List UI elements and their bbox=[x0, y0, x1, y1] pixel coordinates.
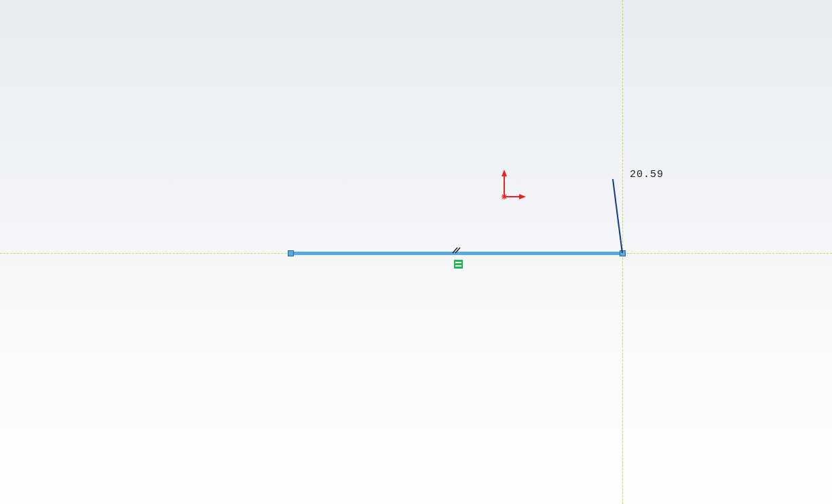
svg-line-8 bbox=[502, 195, 506, 199]
line-endpoint-left[interactable] bbox=[288, 250, 294, 256]
dimension-value-label: 20.59 bbox=[630, 169, 664, 180]
svg-marker-2 bbox=[502, 170, 507, 176]
line-endpoint-right[interactable] bbox=[620, 250, 626, 256]
svg-marker-4 bbox=[519, 194, 526, 199]
origin-triad-icon bbox=[500, 168, 527, 206]
sketch-line-segment[interactable] bbox=[290, 252, 622, 255]
horizontal-constraint-badge[interactable] bbox=[454, 260, 463, 269]
sketch-canvas[interactable]: 20.59 bbox=[0, 0, 832, 504]
svg-line-7 bbox=[502, 195, 506, 199]
svg-line-0 bbox=[613, 179, 622, 253]
